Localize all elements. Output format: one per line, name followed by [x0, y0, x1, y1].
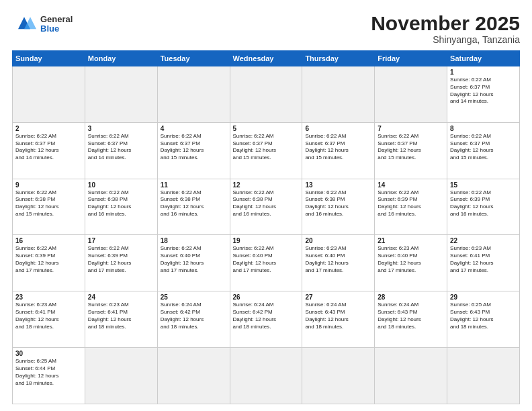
day-number: 3 — [88, 125, 154, 132]
calendar-day-cell: 9Sunrise: 6:22 AM Sunset: 6:38 PM Daylig… — [13, 179, 85, 235]
calendar-day-cell: 1Sunrise: 6:22 AM Sunset: 6:37 PM Daylig… — [447, 66, 520, 123]
day-number: 5 — [233, 125, 300, 132]
calendar-day-cell: 13Sunrise: 6:22 AM Sunset: 6:38 PM Dayli… — [302, 179, 375, 235]
day-number: 17 — [88, 237, 154, 244]
calendar-day-cell — [85, 348, 157, 404]
day-info: Sunrise: 6:22 AM Sunset: 6:40 PM Dayligh… — [161, 245, 227, 274]
calendar-day-cell: 19Sunrise: 6:22 AM Sunset: 6:40 PM Dayli… — [230, 235, 302, 291]
logo-text: General Blue — [40, 15, 73, 34]
calendar-day-cell — [13, 66, 85, 123]
day-number: 10 — [88, 181, 154, 189]
logo-general: General — [40, 15, 73, 24]
day-info: Sunrise: 6:22 AM Sunset: 6:38 PM Dayligh… — [88, 189, 154, 218]
calendar-day-cell: 26Sunrise: 6:24 AM Sunset: 6:42 PM Dayli… — [230, 291, 302, 348]
day-number: 20 — [305, 237, 371, 244]
day-info: Sunrise: 6:22 AM Sunset: 6:37 PM Dayligh… — [450, 77, 517, 105]
calendar-day-cell: 20Sunrise: 6:23 AM Sunset: 6:40 PM Dayli… — [302, 235, 375, 291]
logo: General Blue — [12, 12, 73, 36]
day-number: 30 — [15, 350, 82, 357]
calendar-day-cell: 28Sunrise: 6:24 AM Sunset: 6:43 PM Dayli… — [375, 291, 447, 348]
day-number: 23 — [15, 293, 82, 301]
day-info: Sunrise: 6:22 AM Sunset: 6:40 PM Dayligh… — [233, 245, 300, 274]
day-number: 21 — [378, 237, 444, 244]
weekday-header: Tuesday — [157, 51, 230, 66]
calendar-day-cell — [157, 66, 230, 123]
logo-icon — [12, 12, 36, 36]
day-info: Sunrise: 6:24 AM Sunset: 6:42 PM Dayligh… — [233, 302, 300, 330]
calendar-day-cell: 3Sunrise: 6:22 AM Sunset: 6:37 PM Daylig… — [85, 122, 157, 179]
calendar-day-cell: 7Sunrise: 6:22 AM Sunset: 6:37 PM Daylig… — [375, 122, 447, 179]
weekday-header: Monday — [85, 51, 157, 66]
calendar-day-cell: 4Sunrise: 6:22 AM Sunset: 6:37 PM Daylig… — [157, 122, 230, 179]
day-info: Sunrise: 6:24 AM Sunset: 6:43 PM Dayligh… — [305, 302, 371, 330]
day-number: 12 — [233, 181, 300, 189]
day-info: Sunrise: 6:23 AM Sunset: 6:40 PM Dayligh… — [378, 245, 444, 274]
day-info: Sunrise: 6:22 AM Sunset: 6:37 PM Dayligh… — [450, 133, 517, 162]
day-info: Sunrise: 6:23 AM Sunset: 6:41 PM Dayligh… — [15, 302, 82, 330]
day-info: Sunrise: 6:23 AM Sunset: 6:40 PM Dayligh… — [305, 245, 371, 274]
calendar-day-cell: 29Sunrise: 6:25 AM Sunset: 6:43 PM Dayli… — [447, 291, 520, 348]
weekday-header: Sunday — [13, 51, 85, 66]
day-info: Sunrise: 6:22 AM Sunset: 6:37 PM Dayligh… — [305, 133, 371, 162]
day-info: Sunrise: 6:22 AM Sunset: 6:39 PM Dayligh… — [378, 189, 444, 218]
calendar-day-cell: 11Sunrise: 6:22 AM Sunset: 6:38 PM Dayli… — [157, 179, 230, 235]
day-info: Sunrise: 6:22 AM Sunset: 6:37 PM Dayligh… — [15, 133, 82, 162]
day-info: Sunrise: 6:22 AM Sunset: 6:37 PM Dayligh… — [378, 133, 444, 162]
day-number: 29 — [450, 293, 517, 301]
weekday-header: Saturday — [447, 51, 520, 66]
calendar-day-cell: 21Sunrise: 6:23 AM Sunset: 6:40 PM Dayli… — [375, 235, 447, 291]
day-number: 15 — [450, 181, 517, 189]
day-number: 4 — [161, 125, 227, 132]
day-number: 16 — [15, 237, 82, 244]
calendar-day-cell: 14Sunrise: 6:22 AM Sunset: 6:39 PM Dayli… — [375, 179, 447, 235]
weekday-header: Friday — [375, 51, 447, 66]
calendar-week-row: 9Sunrise: 6:22 AM Sunset: 6:38 PM Daylig… — [13, 179, 520, 235]
calendar-day-cell: 5Sunrise: 6:22 AM Sunset: 6:37 PM Daylig… — [230, 122, 302, 179]
calendar-day-cell: 6Sunrise: 6:22 AM Sunset: 6:37 PM Daylig… — [302, 122, 375, 179]
calendar-day-cell — [157, 348, 230, 404]
day-number: 25 — [161, 293, 227, 301]
calendar-day-cell — [85, 66, 157, 123]
calendar-day-cell: 27Sunrise: 6:24 AM Sunset: 6:43 PM Dayli… — [302, 291, 375, 348]
day-info: Sunrise: 6:22 AM Sunset: 6:39 PM Dayligh… — [88, 245, 154, 274]
location: Shinyanga, Tanzania — [371, 34, 520, 45]
calendar-table: SundayMondayTuesdayWednesdayThursdayFrid… — [12, 50, 520, 404]
day-info: Sunrise: 6:22 AM Sunset: 6:37 PM Dayligh… — [161, 133, 227, 162]
calendar-day-cell: 24Sunrise: 6:23 AM Sunset: 6:41 PM Dayli… — [85, 291, 157, 348]
calendar-day-cell — [230, 348, 302, 404]
day-info: Sunrise: 6:24 AM Sunset: 6:42 PM Dayligh… — [161, 302, 227, 330]
day-number: 14 — [378, 181, 444, 189]
calendar-week-row: 1Sunrise: 6:22 AM Sunset: 6:37 PM Daylig… — [13, 66, 520, 123]
calendar-header-row: SundayMondayTuesdayWednesdayThursdayFrid… — [13, 51, 520, 66]
day-info: Sunrise: 6:22 AM Sunset: 6:39 PM Dayligh… — [15, 245, 82, 274]
calendar-week-row: 23Sunrise: 6:23 AM Sunset: 6:41 PM Dayli… — [13, 291, 520, 348]
day-number: 1 — [450, 68, 517, 76]
day-info: Sunrise: 6:22 AM Sunset: 6:38 PM Dayligh… — [161, 189, 227, 218]
calendar-day-cell: 8Sunrise: 6:22 AM Sunset: 6:37 PM Daylig… — [447, 122, 520, 179]
day-number: 8 — [450, 125, 517, 132]
calendar-day-cell: 12Sunrise: 6:22 AM Sunset: 6:38 PM Dayli… — [230, 179, 302, 235]
calendar-day-cell: 30Sunrise: 6:25 AM Sunset: 6:44 PM Dayli… — [13, 348, 85, 404]
day-info: Sunrise: 6:24 AM Sunset: 6:43 PM Dayligh… — [378, 302, 444, 330]
day-number: 27 — [305, 293, 371, 301]
calendar-day-cell — [230, 66, 302, 123]
day-info: Sunrise: 6:25 AM Sunset: 6:43 PM Dayligh… — [450, 302, 517, 330]
calendar-day-cell: 17Sunrise: 6:22 AM Sunset: 6:39 PM Dayli… — [85, 235, 157, 291]
day-number: 6 — [305, 125, 371, 132]
header: General Blue November 2025 Shinyanga, Ta… — [12, 12, 520, 45]
day-info: Sunrise: 6:23 AM Sunset: 6:41 PM Dayligh… — [450, 245, 517, 274]
calendar-week-row: 16Sunrise: 6:22 AM Sunset: 6:39 PM Dayli… — [13, 235, 520, 291]
day-number: 19 — [233, 237, 300, 244]
day-number: 22 — [450, 237, 517, 244]
calendar-day-cell — [375, 66, 447, 123]
day-number: 7 — [378, 125, 444, 132]
month-title: November 2025 — [371, 12, 520, 34]
day-number: 18 — [161, 237, 227, 244]
calendar-day-cell — [302, 348, 375, 404]
day-info: Sunrise: 6:23 AM Sunset: 6:41 PM Dayligh… — [88, 302, 154, 330]
title-block: November 2025 Shinyanga, Tanzania — [371, 12, 520, 45]
calendar-day-cell: 2Sunrise: 6:22 AM Sunset: 6:37 PM Daylig… — [13, 122, 85, 179]
day-number: 9 — [15, 181, 82, 189]
day-info: Sunrise: 6:22 AM Sunset: 6:38 PM Dayligh… — [233, 189, 300, 218]
day-info: Sunrise: 6:22 AM Sunset: 6:38 PM Dayligh… — [15, 189, 82, 218]
